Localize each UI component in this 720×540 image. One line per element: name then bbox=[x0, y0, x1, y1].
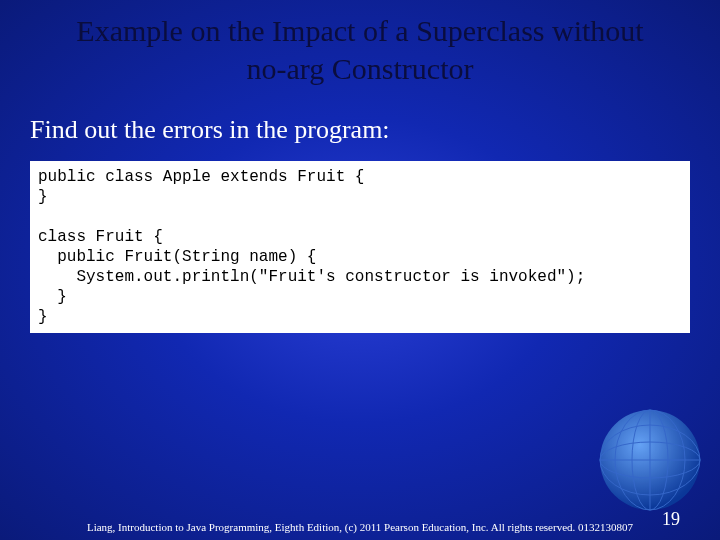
slide-title: Example on the Impact of a Superclass wi… bbox=[0, 0, 720, 95]
svg-point-1 bbox=[600, 442, 700, 478]
page-number: 19 bbox=[662, 509, 680, 530]
svg-point-0 bbox=[600, 410, 700, 510]
svg-point-4 bbox=[615, 410, 685, 510]
footer-credit: Liang, Introduction to Java Programming,… bbox=[0, 521, 720, 534]
svg-point-3 bbox=[632, 410, 668, 510]
globe-icon bbox=[590, 400, 710, 520]
code-sample: public class Apple extends Fruit { } cla… bbox=[30, 161, 690, 333]
slide-subtitle: Find out the errors in the program: bbox=[0, 95, 720, 155]
svg-point-2 bbox=[600, 425, 700, 495]
